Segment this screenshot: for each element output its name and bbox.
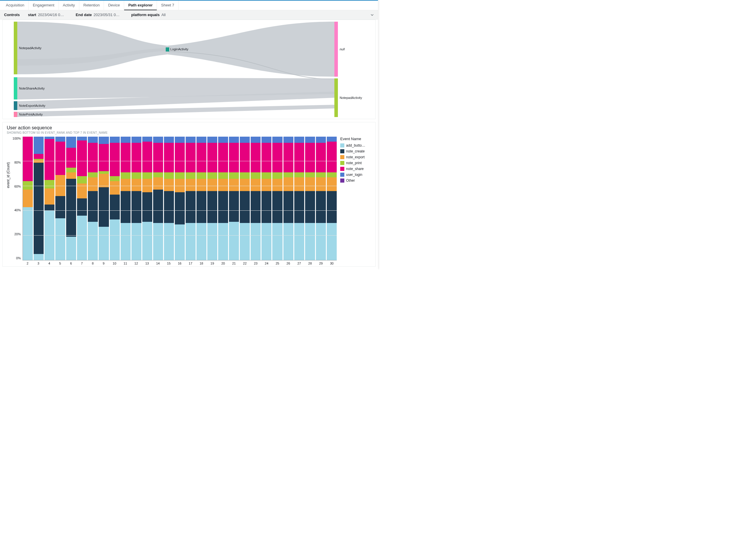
bar-segment-note_export[interactable] — [316, 177, 326, 191]
bar-segment-user_login[interactable] — [164, 137, 174, 143]
bar-column[interactable] — [327, 137, 337, 260]
bar-segment-note_create[interactable] — [229, 191, 239, 222]
sankey-node[interactable] — [334, 22, 338, 77]
bar-segment-note_create[interactable] — [197, 191, 207, 223]
legend-item-note_print[interactable]: note_print — [340, 161, 371, 165]
bar-segment-note_print[interactable] — [229, 172, 239, 179]
bar-segment-note_share[interactable] — [186, 143, 196, 172]
bar-segment-note_create[interactable] — [153, 190, 163, 223]
legend-item-add_butto[interactable]: add_butto… — [340, 143, 371, 147]
bar-segment-user_login[interactable] — [251, 137, 261, 143]
control-platform-equals[interactable]: platform equals All — [131, 13, 165, 17]
bar-segment-note_print[interactable] — [164, 172, 174, 179]
legend-item-Other[interactable]: Other — [340, 179, 371, 183]
bar-segment-add_button[interactable] — [207, 223, 217, 260]
bar-segment-note_export[interactable] — [153, 177, 163, 190]
bar-segment-note_print[interactable] — [142, 172, 152, 179]
bar-segment-note_create[interactable] — [164, 191, 174, 223]
bar-column[interactable] — [142, 137, 152, 260]
bar-segment-add_button[interactable] — [55, 218, 65, 260]
bar-segment-note_export[interactable] — [240, 179, 250, 191]
bar-segment-note_share[interactable] — [164, 143, 174, 172]
bar-segment-user_login[interactable] — [186, 137, 196, 143]
bar-segment-note_share[interactable] — [131, 143, 141, 172]
bar-segment-note_export[interactable] — [110, 181, 120, 194]
bar-segment-note_create[interactable] — [131, 191, 141, 223]
bar-segment-note_share[interactable] — [251, 143, 261, 172]
bar-segment-note_share[interactable] — [121, 143, 130, 172]
bar-segment-note_create[interactable] — [186, 191, 196, 223]
bar-segment-note_share[interactable] — [218, 143, 228, 172]
bar-segment-note_print[interactable] — [121, 172, 130, 179]
bar-segment-note_share[interactable] — [66, 148, 76, 168]
bar-segment-note_create[interactable] — [294, 191, 304, 223]
bar-segment-note_export[interactable] — [164, 179, 174, 191]
bar-segment-note_export[interactable] — [131, 179, 141, 191]
bar-segment-note_share[interactable] — [262, 143, 271, 172]
bar-segment-add_button[interactable] — [218, 223, 228, 260]
bar-segment-note_print[interactable] — [77, 176, 87, 184]
bar-segment-note_print[interactable] — [186, 172, 196, 179]
bar-column[interactable] — [44, 137, 54, 260]
bar-column[interactable] — [77, 137, 87, 260]
control-start[interactable]: start 2023/04/16 0… — [28, 13, 64, 17]
bar-segment-add_button[interactable] — [305, 223, 315, 260]
bar-segment-note_print[interactable] — [262, 172, 271, 179]
tab-acquisition[interactable]: Acquisition — [2, 1, 29, 10]
bar-segment-add_button[interactable] — [186, 223, 196, 260]
bar-segment-add_button[interactable] — [229, 222, 239, 260]
bar-segment-add_button[interactable] — [316, 223, 326, 260]
bar-segment-note_share[interactable] — [327, 142, 337, 173]
bar-segment-note_export[interactable] — [272, 179, 282, 191]
tab-device[interactable]: Device — [104, 1, 124, 10]
bar-column[interactable] — [186, 137, 196, 260]
bar-segment-note_share[interactable] — [207, 143, 217, 172]
bar-segment-note_create[interactable] — [34, 163, 43, 254]
bar-segment-add_button[interactable] — [77, 216, 87, 260]
bar-segment-note_export[interactable] — [186, 179, 196, 191]
bar-segment-note_print[interactable] — [197, 172, 207, 179]
bar-segment-add_button[interactable] — [66, 237, 76, 260]
bar-segment-note_print[interactable] — [251, 172, 261, 179]
legend-item-note_export[interactable]: note_export — [340, 155, 371, 159]
legend-item-note_create[interactable]: note_create — [340, 149, 371, 153]
bar-segment-note_print[interactable] — [88, 172, 98, 177]
legend-item-note_share[interactable]: note_share — [340, 167, 371, 171]
tab-retention[interactable]: Retention — [79, 1, 104, 10]
bar-segment-note_export[interactable] — [55, 175, 65, 196]
bar-segment-note_share[interactable] — [77, 140, 87, 176]
bar-segment-user_login[interactable] — [229, 137, 239, 143]
bar-column[interactable] — [153, 137, 163, 260]
bar-segment-note_create[interactable] — [251, 191, 261, 223]
bar-column[interactable] — [262, 137, 271, 260]
sankey-node[interactable] — [14, 112, 17, 117]
bar-segment-user_login[interactable] — [207, 137, 217, 143]
bar-segment-note_export[interactable] — [262, 179, 271, 191]
bar-segment-note_export[interactable] — [251, 179, 261, 191]
bar-segment-note_create[interactable] — [218, 191, 228, 223]
bar-column[interactable] — [175, 137, 185, 260]
bar-segment-note_share[interactable] — [110, 143, 120, 176]
bar-segment-note_share[interactable] — [142, 142, 152, 173]
bar-segment-note_share[interactable] — [316, 143, 326, 172]
bar-segment-note_share[interactable] — [88, 143, 98, 172]
bar-segment-add_button[interactable] — [34, 254, 43, 260]
bar-segment-note_create[interactable] — [240, 191, 250, 223]
bar-column[interactable] — [131, 137, 141, 260]
bar-segment-note_share[interactable] — [99, 144, 109, 171]
bar-segment-note_create[interactable] — [66, 179, 76, 237]
bar-column[interactable] — [240, 137, 250, 260]
bar-segment-note_export[interactable] — [23, 190, 33, 207]
bar-segment-user_login[interactable] — [327, 137, 337, 142]
bar-segment-note_create[interactable] — [55, 196, 65, 218]
bar-column[interactable] — [207, 137, 217, 260]
bar-segment-note_create[interactable] — [44, 204, 54, 211]
bar-segment-add_button[interactable] — [272, 223, 282, 260]
bar-segment-note_print[interactable] — [218, 172, 228, 179]
bar-segment-note_export[interactable] — [305, 177, 315, 191]
sankey-node[interactable] — [14, 22, 17, 74]
sankey-node[interactable] — [14, 101, 17, 110]
bar-segment-add_button[interactable] — [153, 223, 163, 260]
bar-segment-add_button[interactable] — [327, 223, 337, 260]
control-end-date[interactable]: End date 2023/05/31 0… — [76, 13, 120, 17]
